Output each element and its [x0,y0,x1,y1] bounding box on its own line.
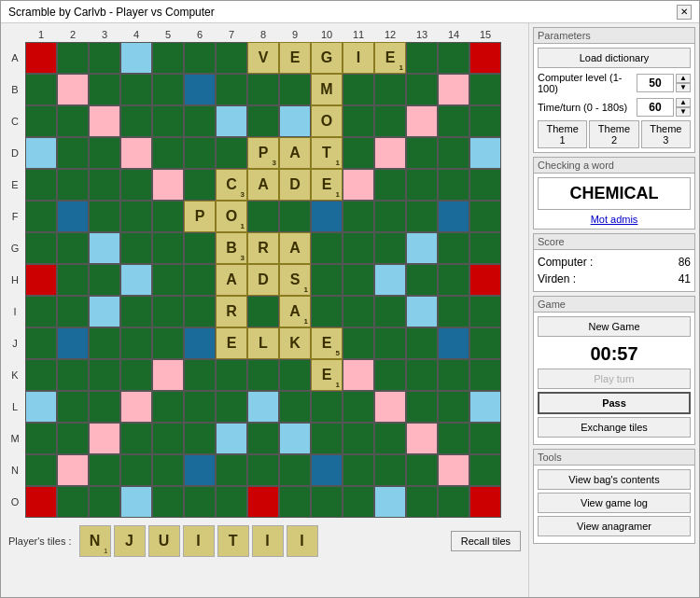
cell-M9[interactable] [279,423,311,454]
computer-level-input[interactable] [637,74,674,92]
cell-B15[interactable] [469,74,501,105]
cell-N5[interactable] [152,454,184,486]
cell-I14[interactable] [438,296,469,327]
cell-K1[interactable] [25,359,57,391]
cell-J10[interactable]: E5 [311,327,343,359]
play-turn-button[interactable]: Play turn [538,369,691,389]
cell-L15[interactable] [469,391,501,423]
cell-N15[interactable] [469,454,501,486]
cell-C3[interactable] [89,105,120,137]
cell-E9[interactable]: D [279,169,311,201]
player-tile-5[interactable]: I [252,525,284,557]
cell-C5[interactable] [152,105,184,137]
cell-M1[interactable] [25,423,57,454]
cell-G3[interactable] [89,232,120,264]
pass-button[interactable]: Pass [538,392,691,414]
cell-C11[interactable] [343,105,374,137]
cell-A3[interactable] [89,42,120,74]
cell-D10[interactable]: T1 [311,137,343,169]
cell-I6[interactable] [184,296,216,327]
cell-E6[interactable] [184,169,216,201]
cell-M8[interactable] [247,423,279,454]
cell-B3[interactable] [89,74,120,105]
cell-C12[interactable] [374,105,406,137]
cell-C1[interactable] [25,105,57,137]
cell-I8[interactable] [247,296,279,327]
cell-E5[interactable] [152,169,184,201]
cell-K10[interactable]: E1 [311,359,343,391]
cell-H1[interactable] [25,264,57,296]
cell-H11[interactable] [343,264,374,296]
cell-D14[interactable] [438,137,469,169]
cell-B8[interactable] [247,74,279,105]
cell-F13[interactable] [406,201,438,232]
cell-G6[interactable] [184,232,216,264]
cell-F2[interactable] [57,201,89,232]
cell-J15[interactable] [469,327,501,359]
cell-B11[interactable] [343,74,374,105]
cell-N10[interactable] [311,454,343,486]
cell-D7[interactable] [216,137,247,169]
cell-J11[interactable] [343,327,374,359]
cell-F8[interactable] [247,201,279,232]
cell-A15[interactable] [469,42,501,74]
computer-level-down[interactable]: ▼ [676,83,691,92]
cell-I5[interactable] [152,296,184,327]
cell-K11[interactable] [343,359,374,391]
cell-I9[interactable]: A1 [279,296,311,327]
theme2-button[interactable]: Theme 2 [589,120,638,148]
cell-E11[interactable] [343,169,374,201]
cell-L12[interactable] [374,391,406,423]
cell-H5[interactable] [152,264,184,296]
cell-C10[interactable]: O [311,105,343,137]
cell-J6[interactable] [184,327,216,359]
cell-J9[interactable]: K [279,327,311,359]
cell-O15[interactable] [469,486,501,518]
cell-H2[interactable] [57,264,89,296]
cell-A10[interactable]: G [311,42,343,74]
cell-C8[interactable] [247,105,279,137]
cell-H6[interactable] [184,264,216,296]
cell-B7[interactable] [216,74,247,105]
player-tile-6[interactable]: I [287,525,318,557]
cell-J12[interactable] [374,327,406,359]
cell-F3[interactable] [89,201,120,232]
cell-E4[interactable] [120,169,152,201]
cell-H15[interactable] [469,264,501,296]
cell-I10[interactable] [311,296,343,327]
player-tile-4[interactable]: T [217,525,249,557]
view-anagram-button[interactable]: View anagramer [538,516,691,536]
cell-B9[interactable] [279,74,311,105]
cell-H7[interactable]: A [216,264,247,296]
cell-E15[interactable] [469,169,501,201]
cell-N2[interactable] [57,454,89,486]
cell-E13[interactable] [406,169,438,201]
cell-B2[interactable] [57,74,89,105]
cell-E10[interactable]: E1 [311,169,343,201]
cell-G15[interactable] [469,232,501,264]
cell-D3[interactable] [89,137,120,169]
cell-D6[interactable] [184,137,216,169]
cell-G11[interactable] [343,232,374,264]
cell-B12[interactable] [374,74,406,105]
cell-L10[interactable] [311,391,343,423]
cell-I2[interactable] [57,296,89,327]
cell-H8[interactable]: D [247,264,279,296]
cell-K5[interactable] [152,359,184,391]
cell-J2[interactable] [57,327,89,359]
cell-K15[interactable] [469,359,501,391]
cell-M10[interactable] [311,423,343,454]
view-log-button[interactable]: View game log [538,493,691,513]
cell-L1[interactable] [25,391,57,423]
cell-N1[interactable] [25,454,57,486]
cell-I4[interactable] [120,296,152,327]
cell-N8[interactable] [247,454,279,486]
cell-M2[interactable] [57,423,89,454]
cell-H14[interactable] [438,264,469,296]
cell-C9[interactable] [279,105,311,137]
cell-A12[interactable]: E1 [374,42,406,74]
cell-O5[interactable] [152,486,184,518]
mot-admis[interactable]: Mot admis [538,214,691,225]
cell-G1[interactable] [25,232,57,264]
cell-G14[interactable] [438,232,469,264]
